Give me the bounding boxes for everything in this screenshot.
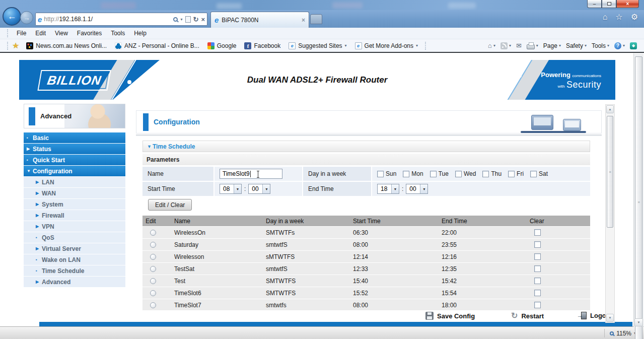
page-scrollbar[interactable]: ▲ ≡ ▼ <box>605 104 615 323</box>
edit-radio[interactable] <box>150 278 156 284</box>
feeds-button[interactable]: ▾ <box>500 42 511 49</box>
search-dropdown-icon[interactable]: ▾ <box>180 17 182 22</box>
url-text[interactable]: http://192.168.1.1/ <box>44 16 171 23</box>
read-mail-button[interactable]: ✉ <box>516 42 522 49</box>
checkbox-icon[interactable] <box>482 171 489 177</box>
forward-button[interactable]: → <box>20 11 33 24</box>
favorites-star-icon[interactable]: ☆ <box>615 13 622 21</box>
compatibility-view-icon[interactable] <box>185 16 191 23</box>
sidebar-item-time-schedule[interactable]: ▪Time Schedule <box>24 265 125 276</box>
close-button[interactable]: × <box>616 0 639 8</box>
day-tue[interactable]: Tue <box>430 170 449 177</box>
checkbox-icon[interactable] <box>403 171 409 177</box>
clear-checkbox[interactable] <box>534 302 541 308</box>
save-config-button[interactable]: Save Config <box>425 312 475 320</box>
sidebar-item-qos[interactable]: ▪QoS <box>24 232 125 243</box>
menu-help[interactable]: Help <box>129 30 151 37</box>
new-tab-button[interactable] <box>310 14 322 24</box>
tools-menu-button[interactable]: Tools▾ <box>592 42 609 49</box>
time-schedule-section-header[interactable]: ▼ Time Schedule <box>142 141 590 152</box>
sidebar-item-basic[interactable]: ▪Basic <box>24 132 125 143</box>
select-arrow-icon[interactable]: ▼ <box>391 184 399 193</box>
sidebar-item-system[interactable]: ▶System <box>24 199 125 210</box>
edit-radio[interactable] <box>150 230 156 236</box>
checkbox-icon[interactable] <box>508 171 515 177</box>
sidebar-item-quick-start[interactable]: ▪Quick Start <box>24 155 125 165</box>
maximize-button[interactable] <box>602 0 616 8</box>
sidebar-item-wake-on-lan[interactable]: ▪Wake on LAN <box>24 254 125 265</box>
select-arrow-icon[interactable]: ▼ <box>234 184 241 193</box>
day-wed[interactable]: Wed <box>455 170 476 177</box>
day-thu[interactable]: Thu <box>482 170 502 177</box>
favorite-suggested-sites[interactable]: e Suggested Sites ▾ <box>284 42 350 49</box>
edit-radio[interactable] <box>150 290 156 296</box>
stop-icon[interactable]: × <box>201 16 205 23</box>
scrollbar-thumb[interactable]: ≡ <box>607 116 613 228</box>
day-sun[interactable]: Sun <box>377 170 396 177</box>
day-sat[interactable]: Sat <box>530 170 548 177</box>
end-hour-select[interactable]: 18▼ <box>377 184 399 194</box>
favorites-bar-star-icon[interactable]: ★ <box>12 42 22 50</box>
sidebar-item-configuration[interactable]: ▼Configuration <box>24 166 125 176</box>
menu-edit[interactable]: Edit <box>31 30 50 37</box>
page-menu-button[interactable]: Page▾ <box>543 42 561 49</box>
sidebar-item-status[interactable]: ▶Status <box>24 144 125 154</box>
zoom-control[interactable]: 115% ▾ <box>604 329 636 337</box>
refresh-icon[interactable]: ↻ <box>193 16 199 23</box>
sidebar-item-firewall[interactable]: ▶Firewall <box>24 210 125 221</box>
clear-checkbox[interactable] <box>534 241 541 248</box>
checkbox-icon[interactable] <box>530 171 537 177</box>
minimize-button[interactable]: – <box>587 0 602 8</box>
edit-radio[interactable] <box>150 302 156 308</box>
select-arrow-icon[interactable]: ▼ <box>262 184 270 193</box>
help-menu-button[interactable]: ?▾ <box>614 42 625 49</box>
checkbox-icon[interactable] <box>430 171 437 177</box>
edit-clear-button[interactable]: Edit / Clear <box>148 199 192 211</box>
start-minute-select[interactable]: 00▼ <box>248 184 270 194</box>
scroll-down-icon[interactable]: ▼ <box>606 314 614 322</box>
restart-button[interactable]: ↻Restart <box>511 312 544 320</box>
clear-checkbox[interactable] <box>534 229 541 236</box>
scroll-up-icon[interactable]: ▲ <box>606 105 614 113</box>
safety-menu-button[interactable]: Safety▾ <box>566 42 587 49</box>
menu-file[interactable]: File <box>12 30 31 37</box>
end-minute-select[interactable]: 00▼ <box>406 184 428 194</box>
day-fri[interactable]: Fri <box>508 170 524 177</box>
sidebar-item-advanced[interactable]: ▶Advanced <box>24 277 125 287</box>
print-button[interactable]: ▾ <box>527 42 538 49</box>
menu-tools[interactable]: Tools <box>106 30 129 37</box>
edit-radio[interactable] <box>150 266 156 272</box>
checkbox-icon[interactable] <box>455 171 462 177</box>
checkbox-icon[interactable] <box>377 171 384 177</box>
clear-checkbox[interactable] <box>534 253 541 260</box>
back-button[interactable]: ← <box>3 7 21 26</box>
browser-tab[interactable]: e BiPAC 7800N × <box>210 12 309 28</box>
tab-close-icon[interactable]: × <box>302 17 305 24</box>
sidebar-item-wan[interactable]: ▶WAN <box>24 188 125 198</box>
edit-radio[interactable] <box>150 254 156 260</box>
select-arrow-icon[interactable]: ▼ <box>420 184 427 193</box>
browser-scrollbar[interactable]: ≡ ▼ <box>633 53 643 327</box>
favorite-news[interactable]: News.com.au News Onli... <box>22 42 111 49</box>
clear-checkbox[interactable] <box>534 290 541 296</box>
clear-checkbox[interactable] <box>534 278 541 284</box>
favorite-anz[interactable]: ANZ - Personal - Online B... <box>111 42 203 49</box>
sidebar-item-virtual-server[interactable]: ▶Virtual Server <box>24 243 125 254</box>
address-bar[interactable]: e http://192.168.1.1/ ▾ ↻ × <box>35 13 207 26</box>
search-icon[interactable] <box>173 17 178 22</box>
favorite-get-addons[interactable]: e Get More Add-ons ▾ <box>351 42 422 49</box>
clear-checkbox[interactable] <box>534 265 541 272</box>
settings-gear-icon[interactable]: ⚙ <box>631 13 638 21</box>
home-menu-button[interactable]: ⌂▾ <box>488 42 495 49</box>
day-mon[interactable]: Mon <box>403 170 423 177</box>
sidebar-item-lan[interactable]: ▶LAN <box>24 177 125 187</box>
favorite-facebook[interactable]: f Facebook <box>240 42 284 49</box>
menu-favorites[interactable]: Favorites <box>73 30 106 37</box>
scroll-down-icon[interactable]: ▼ <box>634 318 643 326</box>
home-icon[interactable]: ⌂ <box>603 13 608 21</box>
edit-radio[interactable] <box>150 242 156 248</box>
sidebar-item-vpn[interactable]: ▶VPN <box>24 221 125 232</box>
name-input[interactable]: TimeSlot9 <box>220 169 282 179</box>
scrollbar-thumb[interactable]: ≡ <box>635 56 642 339</box>
addon-button[interactable]: ◆ <box>630 42 637 49</box>
